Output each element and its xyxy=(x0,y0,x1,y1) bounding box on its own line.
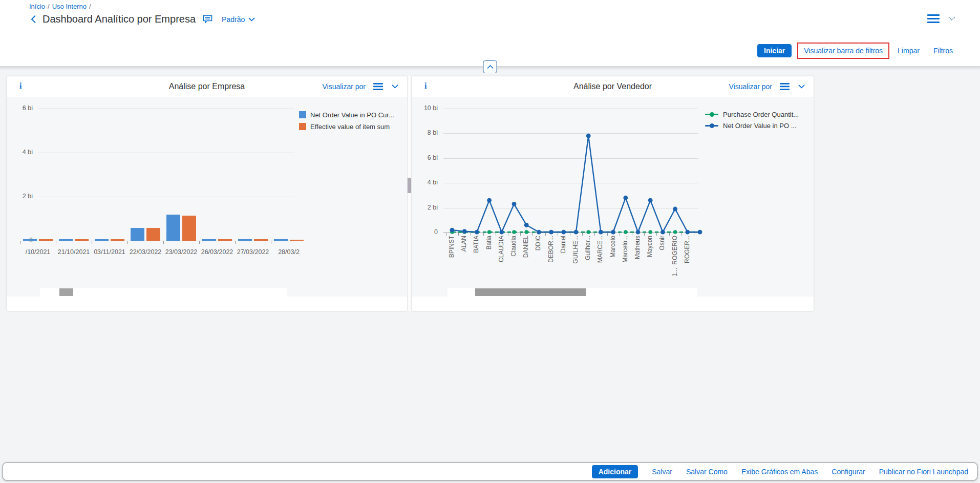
chevron-down-icon[interactable] xyxy=(797,83,806,90)
chevron-down-icon xyxy=(248,15,255,23)
data-point[interactable] xyxy=(624,230,628,234)
y-axis-label: 4 bi xyxy=(7,149,33,156)
data-point[interactable] xyxy=(636,230,641,235)
breadcrumb-link-inicio[interactable]: Início xyxy=(29,3,45,10)
x-axis-label: 22/03/2022 xyxy=(127,248,163,256)
data-point[interactable] xyxy=(487,198,492,203)
filtros-button[interactable]: Filtros xyxy=(933,47,953,55)
data-point[interactable] xyxy=(487,230,492,234)
comment-icon[interactable] xyxy=(202,14,214,25)
bar-series1[interactable] xyxy=(59,239,73,241)
x-axis-label: 21/10/2021 xyxy=(56,248,92,256)
iniciar-button[interactable]: Iniciar xyxy=(757,44,792,57)
axis-tick xyxy=(127,241,128,244)
y-axis-label: 6 bi xyxy=(7,104,33,112)
chevron-down-icon[interactable] xyxy=(391,83,399,90)
bar-series2[interactable] xyxy=(146,228,160,241)
data-point[interactable] xyxy=(574,230,579,235)
card-analise-por-vendedor: i Análise por Vendedor Visualizar por 02… xyxy=(412,76,814,311)
card-header: i Análise por Vendedor Visualizar por xyxy=(412,76,814,97)
data-point[interactable] xyxy=(549,230,553,235)
footer-action-bar: Adicionar Salvar Salvar Como Exibe Gráfi… xyxy=(3,463,977,480)
vertical-scrollbar-thumb[interactable] xyxy=(408,178,411,193)
bar-series1[interactable] xyxy=(238,239,252,241)
hamburger-menu-icon[interactable] xyxy=(779,82,791,91)
bar-chart-area: 02 bi4 bi6 bi/10/202121/10/202103/11/202… xyxy=(7,97,407,288)
data-point[interactable] xyxy=(586,230,590,234)
data-point[interactable] xyxy=(685,230,690,235)
horizontal-scrollbar xyxy=(7,288,407,297)
exibe-graficos-em-abas-button[interactable]: Exibe Gráficos em Abas xyxy=(741,468,818,476)
data-point[interactable] xyxy=(537,230,541,235)
data-point[interactable] xyxy=(512,230,516,234)
data-point[interactable] xyxy=(524,230,528,234)
x-axis-label: 23/03/2022 xyxy=(163,248,199,256)
gridline xyxy=(38,153,294,153)
data-point[interactable] xyxy=(698,230,702,235)
data-point[interactable] xyxy=(673,207,677,212)
bar-series1[interactable] xyxy=(23,239,37,241)
shell-top-right xyxy=(926,13,956,24)
data-point[interactable] xyxy=(648,230,652,234)
data-point[interactable] xyxy=(673,230,677,234)
bar-series1[interactable] xyxy=(202,239,216,241)
legend-marker-dot xyxy=(710,123,714,128)
horizontal-scrollbar-track[interactable] xyxy=(40,288,287,297)
y-axis-label: 2 bi xyxy=(7,193,33,200)
horizontal-scrollbar-thumb[interactable] xyxy=(59,288,73,296)
info-icon[interactable]: i xyxy=(16,81,25,91)
visualizar-barra-de-filtros-button[interactable]: Visualizar barra de filtros xyxy=(804,47,883,55)
bar-series2[interactable] xyxy=(290,240,304,241)
data-point[interactable] xyxy=(450,228,455,233)
configurar-button[interactable]: Configurar xyxy=(832,468,865,476)
horizontal-scrollbar-track[interactable] xyxy=(448,288,697,297)
line-chart-area: 02 bi4 bi6 bi8 bi10 biBPINSTALANBATIABat… xyxy=(412,97,814,288)
collapse-header-button[interactable] xyxy=(483,60,497,73)
data-point[interactable] xyxy=(586,134,591,138)
x-axis-label: /10/2021 xyxy=(20,248,56,256)
breadcrumb-link-uso-interno[interactable]: Uso Interno xyxy=(52,3,87,10)
bar-series1[interactable] xyxy=(166,215,180,241)
x-axis-label: 27/03/2022 xyxy=(235,248,271,256)
legend-item: Purchase Order Quantit... xyxy=(705,110,799,118)
legend-label: Net Order Value in PO Cur... xyxy=(310,111,394,119)
limpar-button[interactable]: Limpar xyxy=(898,47,920,55)
data-point[interactable] xyxy=(661,230,665,235)
bar-series1[interactable] xyxy=(274,239,288,241)
card-footer-strip xyxy=(412,297,814,311)
salvar-como-button[interactable]: Salvar Como xyxy=(686,468,728,476)
visualizar-por-link[interactable]: Visualizar por xyxy=(322,82,366,91)
bar-series2[interactable] xyxy=(182,216,196,241)
data-point[interactable] xyxy=(561,230,566,235)
bar-series2[interactable] xyxy=(39,239,53,241)
hamburger-menu-icon[interactable] xyxy=(372,82,384,91)
bar-series2[interactable] xyxy=(111,239,124,241)
data-point[interactable] xyxy=(462,229,467,234)
back-chevron-icon[interactable] xyxy=(29,14,38,25)
bar-series1[interactable] xyxy=(95,239,109,241)
adicionar-button[interactable]: Adicionar xyxy=(592,465,638,478)
data-point[interactable] xyxy=(623,196,628,200)
info-icon[interactable]: i xyxy=(421,81,430,91)
page-content: i Análise por Empresa Visualizar por 02 … xyxy=(0,67,980,483)
bar-series2[interactable] xyxy=(218,239,232,241)
salvar-button[interactable]: Salvar xyxy=(652,468,672,476)
data-point[interactable] xyxy=(512,202,517,206)
bar-series1[interactable] xyxy=(131,228,144,241)
bar-series2[interactable] xyxy=(254,239,268,241)
bar-series2[interactable] xyxy=(75,239,89,241)
horizontal-scrollbar-thumb[interactable] xyxy=(475,288,586,296)
publicar-no-fiori-launchpad-button[interactable]: Publicar no Fiori Launchpad xyxy=(879,468,968,476)
variant-selector[interactable]: Padrão xyxy=(221,14,256,25)
x-axis-label: 26/03/2022 xyxy=(199,248,235,256)
chevron-down-icon[interactable] xyxy=(947,15,956,22)
hamburger-menu-icon[interactable] xyxy=(926,13,941,24)
data-point[interactable] xyxy=(475,230,479,235)
visualizar-por-link[interactable]: Visualizar por xyxy=(729,82,772,91)
vertical-scrollbar-track[interactable] xyxy=(408,76,411,311)
data-point[interactable] xyxy=(611,230,615,235)
data-point[interactable] xyxy=(648,198,653,203)
data-point[interactable] xyxy=(599,230,603,235)
data-point[interactable] xyxy=(499,230,504,235)
data-point[interactable] xyxy=(524,223,529,227)
